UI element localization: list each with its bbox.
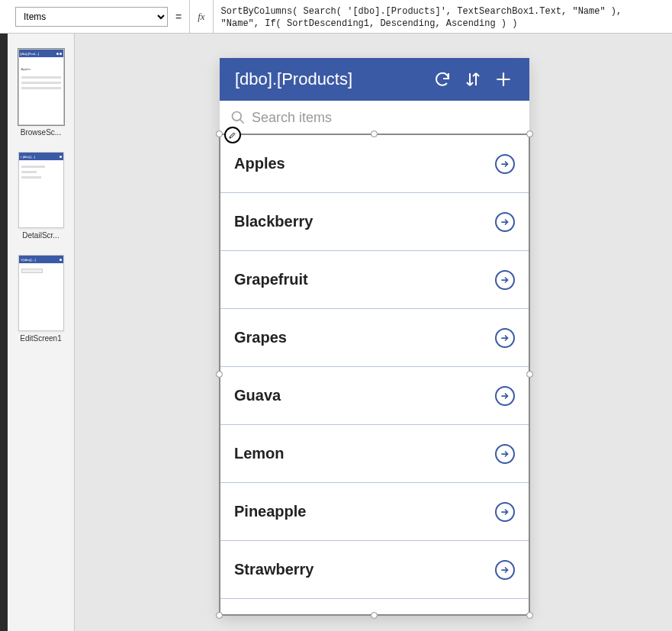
item-name: Apples bbox=[234, 155, 285, 172]
item-name: Guava bbox=[234, 387, 281, 404]
screen-label: BrowseSc... bbox=[21, 128, 61, 137]
browse-gallery[interactable]: ApplesBlackberryGrapefruitGrapesGuavaLem… bbox=[220, 134, 529, 615]
screen-thumb-detail[interactable]: < [dbo].[…] DetailScr... bbox=[8, 152, 74, 240]
item-name: Pineapple bbox=[234, 503, 306, 520]
property-select-wrap: Items bbox=[0, 0, 168, 33]
list-item[interactable]: Pineapple bbox=[220, 483, 529, 541]
app-title: [dbo].[Products] bbox=[235, 69, 427, 89]
screen-thumb-browse[interactable]: [dbo].[Prod…] Apples BrowseSc... bbox=[8, 49, 74, 137]
resize-handle[interactable] bbox=[371, 612, 378, 619]
resize-handle[interactable] bbox=[526, 612, 533, 619]
screen-thumb-edit[interactable]: ✕ [dbo].[…] EditScreen1 bbox=[8, 255, 74, 343]
list-item[interactable]: Grapes bbox=[220, 309, 529, 367]
next-arrow-icon[interactable] bbox=[495, 270, 515, 290]
screen-label: DetailScr... bbox=[22, 231, 59, 240]
item-name: Grapes bbox=[234, 329, 287, 346]
search-row bbox=[220, 101, 529, 134]
next-arrow-icon[interactable] bbox=[495, 386, 515, 406]
item-name: Lemon bbox=[234, 445, 285, 462]
next-arrow-icon[interactable] bbox=[495, 444, 515, 464]
item-name: Strawberry bbox=[234, 561, 314, 578]
formula-bar: Items = fx SortByColumns( Search( '[dbo]… bbox=[0, 0, 672, 34]
list-item[interactable]: Blackberry bbox=[220, 193, 529, 251]
list-item[interactable]: Grapefruit bbox=[220, 251, 529, 309]
refresh-icon[interactable] bbox=[427, 64, 458, 95]
list-item[interactable]: Guava bbox=[220, 367, 529, 425]
resize-handle[interactable] bbox=[371, 130, 378, 137]
next-arrow-icon[interactable] bbox=[495, 560, 515, 580]
next-arrow-icon[interactable] bbox=[495, 154, 515, 174]
resize-handle[interactable] bbox=[526, 130, 533, 137]
list-item[interactable]: Lemon bbox=[220, 425, 529, 483]
resize-handle[interactable] bbox=[526, 371, 533, 378]
item-name: Grapefruit bbox=[234, 271, 308, 288]
design-canvas[interactable]: [dbo].[Products] bbox=[75, 34, 672, 631]
screen-label: EditScreen1 bbox=[20, 334, 61, 343]
edit-template-icon[interactable] bbox=[224, 127, 241, 143]
resize-handle[interactable] bbox=[216, 612, 223, 619]
next-arrow-icon[interactable] bbox=[495, 212, 515, 232]
screens-panel: [dbo].[Prod…] Apples BrowseSc... < [dbo]… bbox=[8, 34, 75, 631]
fx-label[interactable]: fx bbox=[189, 0, 212, 33]
next-arrow-icon[interactable] bbox=[495, 328, 515, 348]
search-input[interactable] bbox=[252, 110, 519, 126]
equals-sign: = bbox=[168, 0, 189, 33]
search-icon bbox=[230, 110, 246, 125]
app-preview: [dbo].[Products] bbox=[220, 58, 529, 615]
resize-handle[interactable] bbox=[216, 371, 223, 378]
item-name: Blackberry bbox=[234, 213, 313, 230]
list-item[interactable]: Apples bbox=[220, 135, 529, 193]
sort-icon[interactable] bbox=[458, 64, 488, 95]
property-dropdown[interactable]: Items bbox=[15, 7, 168, 27]
svg-point-0 bbox=[233, 112, 242, 121]
formula-input[interactable]: SortByColumns( Search( '[dbo].[Products]… bbox=[213, 0, 672, 33]
resize-handle[interactable] bbox=[216, 130, 223, 137]
gallery-selection[interactable]: ApplesBlackberryGrapefruitGrapesGuavaLem… bbox=[220, 134, 529, 615]
app-header: [dbo].[Products] bbox=[220, 58, 529, 101]
left-gutter bbox=[0, 34, 8, 631]
next-arrow-icon[interactable] bbox=[495, 502, 515, 522]
list-item[interactable]: Strawberry bbox=[220, 541, 529, 599]
add-icon[interactable] bbox=[488, 64, 519, 95]
